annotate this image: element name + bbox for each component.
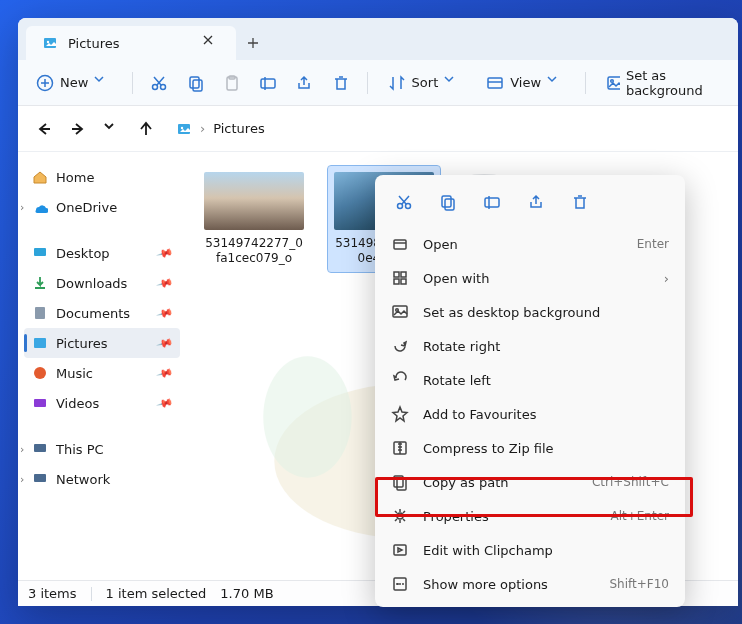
file-item[interactable]: 53149742277_0fa1cec079_o bbox=[198, 166, 310, 272]
rotate-right-icon bbox=[391, 337, 409, 355]
ctx-delete[interactable] bbox=[561, 185, 599, 219]
ctx-copy[interactable] bbox=[429, 185, 467, 219]
svg-rect-10 bbox=[488, 78, 502, 88]
sidebar-item-home[interactable]: Home bbox=[24, 162, 180, 192]
svg-rect-40 bbox=[397, 479, 406, 490]
sidebar-item-music[interactable]: Music📌 bbox=[24, 358, 180, 388]
sidebar-item-onedrive[interactable]: OneDrive bbox=[24, 192, 180, 222]
pin-icon: 📌 bbox=[156, 274, 175, 292]
chevron-down-icon bbox=[444, 74, 462, 92]
svg-rect-16 bbox=[35, 307, 45, 319]
ctx-compress-zip[interactable]: Compress to Zip file bbox=[381, 431, 679, 465]
network-icon bbox=[32, 471, 48, 487]
file-name: 53149742277_0fa1cec079_o bbox=[204, 236, 304, 266]
ctx-open-with[interactable]: Open with› bbox=[381, 261, 679, 295]
sidebar-item-this-pc[interactable]: This PC bbox=[24, 434, 180, 464]
new-label: New bbox=[60, 75, 88, 90]
arrow-left-icon bbox=[36, 121, 52, 137]
chevron-right-icon: › bbox=[664, 271, 669, 286]
rotate-left-icon bbox=[391, 371, 409, 389]
copy-button[interactable] bbox=[181, 67, 209, 99]
share-button[interactable] bbox=[290, 67, 318, 99]
paste-button[interactable] bbox=[218, 67, 246, 99]
breadcrumb-current[interactable]: Pictures bbox=[213, 121, 264, 136]
ctx-edit-clipchamp[interactable]: Edit with Clipchamp bbox=[381, 533, 679, 567]
chevron-down-icon bbox=[547, 74, 565, 92]
close-tab[interactable] bbox=[202, 34, 220, 52]
ctx-set-desktop-bg[interactable]: Set as desktop background bbox=[381, 295, 679, 329]
tab-title: Pictures bbox=[68, 36, 119, 51]
ctx-share[interactable] bbox=[517, 185, 555, 219]
sidebar-label: Pictures bbox=[56, 336, 107, 351]
view-label: View bbox=[510, 75, 541, 90]
recent-button[interactable] bbox=[96, 113, 128, 145]
open-with-icon bbox=[391, 269, 409, 287]
context-menu: OpenEnter Open with› Set as desktop back… bbox=[375, 175, 685, 607]
address-bar[interactable]: › Pictures bbox=[176, 121, 728, 137]
back-button[interactable] bbox=[28, 113, 60, 145]
new-tab-button[interactable] bbox=[236, 26, 270, 60]
sidebar-item-downloads[interactable]: Downloads📌 bbox=[24, 268, 180, 298]
star-icon bbox=[391, 405, 409, 423]
ctx-label: Show more options bbox=[423, 577, 548, 592]
svg-point-27 bbox=[406, 204, 411, 209]
home-icon bbox=[32, 169, 48, 185]
cut-button[interactable] bbox=[145, 67, 173, 99]
share-icon bbox=[295, 74, 313, 92]
ctx-open[interactable]: OpenEnter bbox=[381, 227, 679, 261]
up-button[interactable] bbox=[130, 113, 162, 145]
forward-button[interactable] bbox=[62, 113, 94, 145]
svg-rect-30 bbox=[485, 198, 499, 207]
new-button[interactable]: New bbox=[28, 67, 120, 99]
nav-row: › Pictures bbox=[18, 106, 738, 152]
view-button[interactable]: View bbox=[478, 67, 573, 99]
delete-button[interactable] bbox=[327, 67, 355, 99]
thumbnail bbox=[204, 172, 304, 230]
set-background-button[interactable]: Set as background bbox=[598, 67, 728, 99]
ctx-rotate-left[interactable]: Rotate left bbox=[381, 363, 679, 397]
ctx-label: Compress to Zip file bbox=[423, 441, 554, 456]
ctx-label: Edit with Clipchamp bbox=[423, 543, 553, 558]
set-background-label: Set as background bbox=[626, 68, 720, 98]
pictures-icon bbox=[32, 335, 48, 351]
sidebar-item-pictures[interactable]: Pictures📌 bbox=[24, 328, 180, 358]
view-icon bbox=[486, 74, 504, 92]
svg-rect-33 bbox=[401, 272, 406, 277]
pin-icon: 📌 bbox=[156, 304, 175, 322]
ctx-rename[interactable] bbox=[473, 185, 511, 219]
sort-button[interactable]: Sort bbox=[380, 67, 471, 99]
ctx-add-favourites[interactable]: Add to Favourites bbox=[381, 397, 679, 431]
ctx-copy-path[interactable]: Copy as pathCtrl+Shift+C bbox=[381, 465, 679, 499]
sidebar-label: Downloads bbox=[56, 276, 127, 291]
ctx-label: Set as desktop background bbox=[423, 305, 600, 320]
sidebar-item-desktop[interactable]: Desktop📌 bbox=[24, 238, 180, 268]
shortcut: Enter bbox=[637, 237, 669, 251]
more-icon bbox=[391, 575, 409, 593]
pin-icon: 📌 bbox=[156, 394, 175, 412]
open-icon bbox=[391, 235, 409, 253]
ctx-more-options[interactable]: Show more optionsShift+F10 bbox=[381, 567, 679, 601]
ctx-cut[interactable] bbox=[385, 185, 423, 219]
svg-rect-34 bbox=[394, 279, 399, 284]
svg-rect-39 bbox=[394, 476, 403, 487]
rename-button[interactable] bbox=[254, 67, 282, 99]
svg-rect-20 bbox=[34, 444, 46, 452]
arrow-right-icon bbox=[70, 121, 86, 137]
svg-point-1 bbox=[47, 41, 49, 43]
svg-rect-31 bbox=[394, 240, 406, 249]
sidebar-item-network[interactable]: Network bbox=[24, 464, 180, 494]
sidebar-item-documents[interactable]: Documents📌 bbox=[24, 298, 180, 328]
ctx-label: Add to Favourites bbox=[423, 407, 536, 422]
chevron-down-icon bbox=[94, 74, 112, 92]
svg-rect-19 bbox=[34, 399, 46, 407]
sort-label: Sort bbox=[412, 75, 439, 90]
svg-point-26 bbox=[398, 204, 403, 209]
toolbar: New Sort View Set as background bbox=[18, 60, 738, 106]
tab-pictures[interactable]: Pictures bbox=[26, 26, 236, 60]
sidebar-item-videos[interactable]: Videos📌 bbox=[24, 388, 180, 418]
ctx-rotate-right[interactable]: Rotate right bbox=[381, 329, 679, 363]
svg-rect-9 bbox=[261, 79, 275, 88]
pictures-icon bbox=[42, 35, 58, 51]
svg-rect-5 bbox=[190, 77, 199, 88]
ctx-properties[interactable]: PropertiesAlt+Enter bbox=[381, 499, 679, 533]
